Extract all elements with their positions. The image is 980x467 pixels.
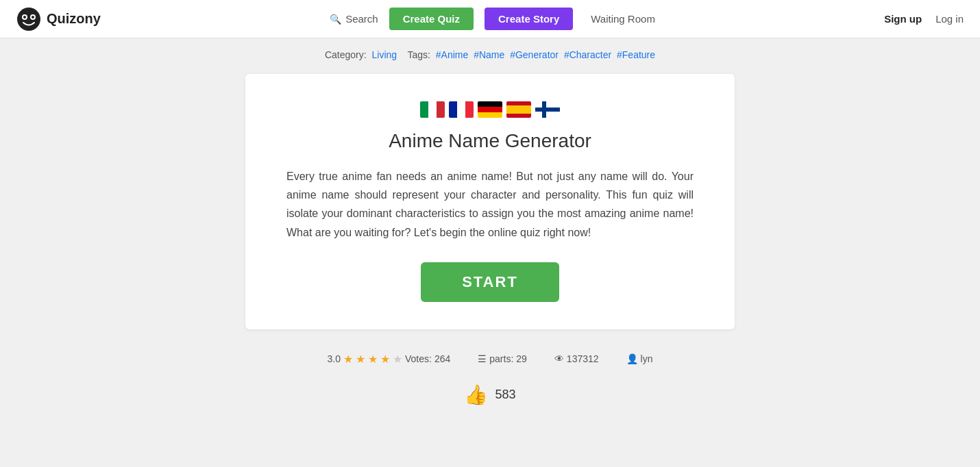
tag-name[interactable]: #Name	[474, 49, 504, 60]
flags-row	[286, 101, 694, 118]
star-1: ★	[343, 353, 353, 366]
quiz-title: Anime Name Generator	[286, 130, 694, 152]
logo[interactable]: Quizony	[16, 7, 101, 31]
tags-bar: Category: Living Tags: #Anime #Name #Gen…	[0, 38, 980, 67]
category-label: Category:	[325, 49, 367, 60]
signup-button[interactable]: Sign up	[884, 13, 922, 25]
votes-count: 264	[434, 353, 450, 364]
svg-point-3	[23, 16, 26, 18]
stats-bar: 3.0 ★ ★ ★ ★ ★ Votes: 264 ☰ parts: 29 👁 1…	[0, 343, 980, 375]
tag-generator[interactable]: #Generator	[510, 49, 559, 60]
author-name: lyn	[641, 353, 653, 364]
flag-france	[449, 101, 474, 118]
header: Quizony 🔍 Search Create Quiz Create Stor…	[0, 0, 980, 38]
search-icon: 🔍	[330, 14, 341, 25]
header-right: Sign up Log in	[884, 13, 964, 25]
parts-count: 29	[516, 353, 527, 364]
parts-label: parts:	[489, 353, 513, 364]
rating-value: 3.0	[328, 353, 341, 364]
tag-feature[interactable]: #Feature	[617, 49, 655, 60]
star-2: ★	[356, 353, 365, 366]
search-label: Search	[345, 13, 378, 25]
tags-label: Tags:	[407, 49, 430, 60]
logo-icon	[16, 7, 41, 31]
header-center: 🔍 Search Create Quiz Create Story Waitin…	[114, 8, 870, 30]
views-icon: 👁	[554, 353, 564, 364]
like-bar: 👍 583	[0, 375, 980, 420]
like-icon[interactable]: 👍	[464, 383, 488, 406]
svg-point-0	[17, 8, 40, 31]
like-count: 583	[495, 388, 515, 402]
category-link[interactable]: Living	[372, 49, 397, 60]
svg-point-4	[32, 16, 34, 18]
waiting-room-link[interactable]: Waiting Room	[591, 13, 655, 25]
start-button-wrapper: START	[286, 262, 694, 302]
tag-character[interactable]: #Character	[564, 49, 611, 60]
main-container: Anime Name Generator Every true anime fa…	[0, 67, 980, 343]
search-area[interactable]: 🔍 Search	[330, 13, 378, 25]
star-4: ★	[380, 353, 390, 366]
create-quiz-button[interactable]: Create Quiz	[389, 8, 474, 30]
flag-germany	[478, 101, 502, 118]
rating-area: 3.0 ★ ★ ★ ★ ★ Votes: 264	[328, 353, 451, 366]
star-5: ★	[393, 353, 402, 366]
views-area: 👁 137312	[554, 353, 599, 364]
quiz-card: Anime Name Generator Every true anime fa…	[245, 74, 735, 329]
tag-anime[interactable]: #Anime	[436, 49, 468, 60]
quiz-description: Every true anime fan needs an anime name…	[286, 167, 694, 242]
flag-spain	[506, 101, 531, 118]
login-button[interactable]: Log in	[935, 13, 964, 25]
create-story-button[interactable]: Create Story	[485, 8, 573, 30]
views-count: 137312	[567, 353, 599, 364]
parts-icon: ☰	[478, 353, 487, 364]
start-button[interactable]: START	[421, 262, 559, 302]
parts-area: ☰ parts: 29	[478, 353, 527, 364]
star-3: ★	[368, 353, 378, 366]
logo-text: Quizony	[47, 11, 101, 27]
author-icon: 👤	[626, 353, 638, 364]
flag-italy	[420, 101, 445, 118]
votes-label: Votes:	[405, 353, 432, 364]
flag-finland	[535, 101, 560, 118]
author-area: 👤 lyn	[626, 353, 653, 364]
